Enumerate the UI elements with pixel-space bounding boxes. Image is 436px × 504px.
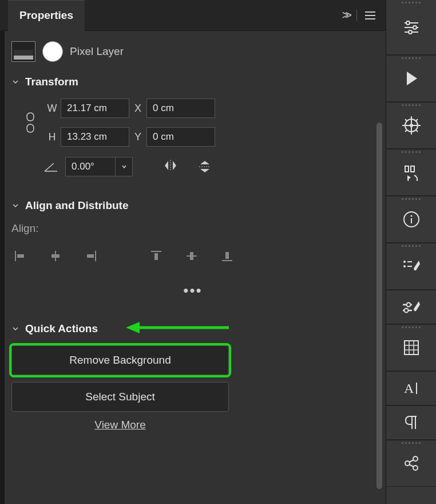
svg-text:A: A <box>404 381 414 396</box>
svg-rect-38 <box>411 166 414 172</box>
svg-marker-39 <box>407 175 411 180</box>
svg-point-41 <box>410 215 412 217</box>
divider <box>356 10 357 21</box>
svg-point-43 <box>403 261 406 263</box>
wheel-icon[interactable] <box>386 102 436 149</box>
svg-rect-11 <box>190 252 193 260</box>
svg-point-48 <box>406 303 410 307</box>
y-label: Y <box>129 131 146 143</box>
svg-rect-9 <box>154 253 158 260</box>
svg-line-30 <box>416 130 418 132</box>
transform-heading-label: Transform <box>25 76 78 88</box>
align-heading-label: Align and Distribute <box>25 199 129 212</box>
section-align: Align and Distribute Align: ••• <box>11 199 374 300</box>
svg-line-29 <box>405 119 407 121</box>
flip-horizontal-icon[interactable] <box>162 159 179 175</box>
history-icon[interactable] <box>386 149 436 196</box>
scrollbar[interactable] <box>376 123 382 489</box>
share-icon[interactable] <box>386 440 436 487</box>
chevron-down-icon <box>11 325 19 333</box>
svg-marker-22 <box>407 72 417 85</box>
align-center-h-icon[interactable] <box>47 247 64 265</box>
brush-list-icon[interactable] <box>386 243 436 290</box>
panel-menu-icon[interactable] <box>365 11 375 19</box>
quick-actions-heading-label: Quick Actions <box>25 322 98 335</box>
rotation-input-group: 0.00° <box>65 157 133 176</box>
play-icon[interactable] <box>386 55 436 102</box>
svg-line-61 <box>409 460 414 462</box>
chevron-down-icon <box>11 202 19 210</box>
align-bottom-icon[interactable] <box>219 247 236 265</box>
svg-point-50 <box>404 309 408 313</box>
collapse-chevrons-icon[interactable]: >> <box>342 9 348 22</box>
link-dimensions-icon[interactable] <box>17 112 43 133</box>
chevron-down-icon <box>11 78 19 86</box>
layer-thumbnail-icon[interactable] <box>11 41 35 62</box>
svg-rect-13 <box>225 252 229 259</box>
svg-point-24 <box>410 124 413 127</box>
svg-line-32 <box>416 119 418 121</box>
right-tool-strip: A <box>386 0 436 504</box>
x-label: X <box>129 103 146 115</box>
transform-header[interactable]: Transform <box>11 76 374 88</box>
svg-line-62 <box>409 464 414 467</box>
svg-rect-37 <box>405 166 409 172</box>
annotation-arrow <box>126 319 229 336</box>
w-label: W <box>43 103 61 115</box>
section-quick-actions: Quick Actions Remove Background Select S… <box>11 322 374 431</box>
layer-type-label: Pixel Layer <box>70 45 124 58</box>
svg-rect-5 <box>51 254 60 258</box>
height-input[interactable]: 13.23 cm <box>61 127 129 147</box>
y-input[interactable]: 0 cm <box>146 127 215 147</box>
panel-tab-bar: Properties >> <box>0 0 386 31</box>
layer-info-row: Pixel Layer <box>11 41 374 62</box>
svg-point-19 <box>413 26 417 29</box>
align-header[interactable]: Align and Distribute <box>11 199 374 212</box>
more-options-icon[interactable]: ••• <box>11 282 374 300</box>
align-left-icon[interactable] <box>11 247 29 265</box>
mask-thumbnail-icon[interactable] <box>42 41 63 62</box>
svg-rect-3 <box>17 254 24 258</box>
x-input[interactable]: 0 cm <box>146 99 215 118</box>
paragraph-icon[interactable] <box>386 405 436 440</box>
align-center-v-icon[interactable] <box>183 247 200 265</box>
svg-marker-15 <box>126 322 140 333</box>
align-right-icon[interactable] <box>82 247 100 265</box>
flip-vertical-icon[interactable] <box>198 159 212 175</box>
svg-rect-51 <box>405 341 418 355</box>
align-label: Align: <box>11 222 374 235</box>
rotation-input[interactable]: 0.00° <box>65 157 116 176</box>
tab-properties[interactable]: Properties <box>8 0 85 31</box>
svg-rect-7 <box>87 254 94 258</box>
svg-point-45 <box>403 265 406 267</box>
adjustments-icon[interactable] <box>386 0 436 55</box>
align-top-icon[interactable] <box>148 247 165 265</box>
svg-line-31 <box>405 130 407 132</box>
width-input[interactable]: 21.17 cm <box>61 99 129 118</box>
section-transform: Transform W 21.17 cm X 0 cm H 13.23 cm Y… <box>11 76 374 176</box>
view-more-link[interactable]: View More <box>11 419 229 431</box>
svg-point-17 <box>406 21 410 25</box>
remove-background-button[interactable]: Remove Background <box>11 345 229 375</box>
type-icon[interactable]: A <box>386 371 436 405</box>
h-label: H <box>43 131 61 143</box>
info-icon[interactable] <box>386 196 436 243</box>
brush-settings-icon[interactable] <box>386 290 436 324</box>
svg-point-21 <box>409 30 412 34</box>
quick-actions-header[interactable]: Quick Actions <box>11 322 374 335</box>
tab-label: Properties <box>19 9 73 22</box>
angle-icon <box>43 161 58 172</box>
grid-icon[interactable] <box>386 324 436 371</box>
rotation-dropdown[interactable] <box>116 157 133 176</box>
select-subject-button[interactable]: Select Subject <box>11 382 229 412</box>
